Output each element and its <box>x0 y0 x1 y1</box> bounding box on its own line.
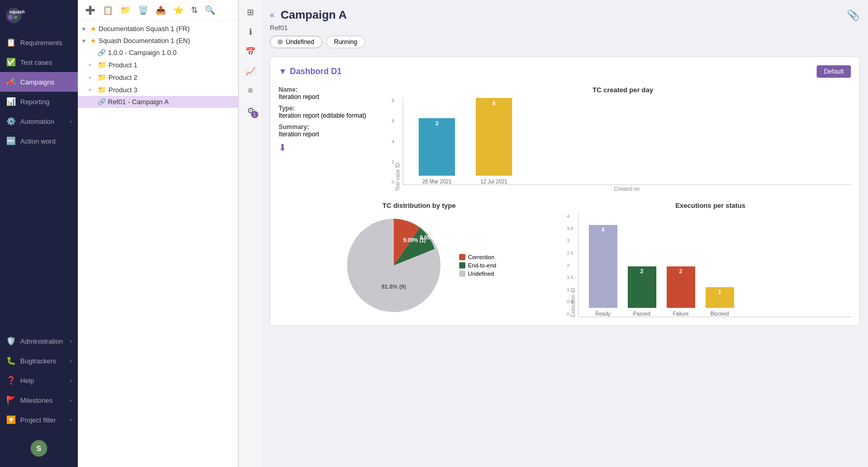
expand-icon[interactable]: + <box>88 74 95 80</box>
tree-item-label: 1.0.0 - Campaign 1.0.0 <box>108 49 235 56</box>
tree-item-campaign-1[interactable]: 🔗 1.0.0 - Campaign 1.0.0 <box>78 47 238 59</box>
expand-icon[interactable]: + <box>88 87 95 93</box>
calendar-tool-button[interactable]: 📅 <box>242 43 259 60</box>
tree-add-button[interactable]: ➕ <box>83 4 98 16</box>
report-type-value: Iteration report (editable format) <box>279 112 382 119</box>
tree-panel: ➕ 📋 📁 🗑️ 📤 ⭐ ⇅ 🔍 ▼ ★ Documentation Squas… <box>78 0 239 467</box>
test-cases-icon: ✅ <box>6 58 16 67</box>
sidebar-item-administration[interactable]: 🛡️ Administration › <box>0 331 78 351</box>
tc-per-day-inner: 02468 3 26 Mar 2021 8 12 Jul 2021 <box>403 98 851 191</box>
bar-2: 8 <box>476 98 512 176</box>
dashboard-section: ▼ Dashbord D1 Default Name: Iteration re… <box>270 56 860 326</box>
grid-tool-button[interactable]: ⊞ <box>242 3 259 21</box>
dashboard-title: ▼ Dashbord D1 <box>279 67 341 76</box>
legend-label-correction: Correction <box>468 254 494 260</box>
sidebar-item-test-cases-label: Test cases <box>20 59 52 66</box>
tree-sort-button[interactable]: ⇅ <box>189 4 200 16</box>
tree-star-button[interactable]: ⭐ <box>171 4 186 16</box>
tree-item-label: Product 2 <box>108 74 235 81</box>
status-pill-running[interactable]: Running <box>326 36 365 48</box>
tree-delete-button[interactable]: 🗑️ <box>136 4 150 16</box>
user-avatar[interactable]: S <box>31 440 47 457</box>
tc-per-day-area: Test case ID 02468 3 26 Mar 2021 <box>395 98 851 191</box>
automation-chevron: › <box>70 119 72 124</box>
svg-text:squash: squash <box>9 9 24 15</box>
settings-tool-button[interactable]: ⚙ 1 <box>242 102 259 119</box>
exec-bar-group-failure: 2 Failure <box>667 266 695 317</box>
sidebar-item-bugtrackers[interactable]: 🐛 Bugtrackers › <box>0 351 78 371</box>
main-content: « Campaign A 📎 Ref01 Undefined Running ▼… <box>261 0 868 467</box>
tree-item-product-1[interactable]: + 📁 Product 1 <box>78 59 238 71</box>
exec-bar-failure: 2 <box>667 266 695 308</box>
default-button[interactable]: Default <box>817 65 851 78</box>
tree-item-ref01[interactable]: 🔗 Ref01 - Campaign A <box>78 96 238 108</box>
pie-chart-container: 9.09% (1) 9.09% (1) 81.8% (9) <box>342 214 446 317</box>
settings-badge: 1 <box>251 111 258 118</box>
milestones-icon: 🚩 <box>6 395 16 405</box>
exec-bar-blocked: 1 <box>706 287 734 308</box>
sidebar-item-test-cases[interactable]: ✅ Test cases <box>0 52 78 72</box>
chart-tool-button[interactable]: 📈 <box>242 62 259 80</box>
expand-icon[interactable]: ▼ <box>81 38 88 44</box>
app-logo[interactable]: squash <box>0 0 78 33</box>
exec-y-ticks: 00.511.522.533.54 <box>567 214 574 317</box>
report-type-label: Type: <box>279 105 382 112</box>
requirements-icon: 📋 <box>6 38 16 47</box>
bar-chart-bars: 02468 3 26 Mar 2021 8 12 Jul 2021 <box>403 98 851 185</box>
tc-per-day-x-label: Created on <box>403 186 851 192</box>
chart-icon: 📈 <box>245 66 256 76</box>
bar-label-1: 26 Mar 2021 <box>422 179 451 185</box>
report-summary-value: Iteration report <box>279 131 382 138</box>
project-filter-icon: 🔽 <box>6 415 16 424</box>
exec-bar-group-passed: 2 Passed <box>628 266 656 317</box>
sidebar-item-requirements[interactable]: 📋 Requirements <box>0 33 78 52</box>
tree-item-label: Squash Documentation 1 (EN) <box>99 37 235 45</box>
sidebar-bottom: 🛡️ Administration › 🐛 Bugtrackers › ❓ He… <box>0 331 78 467</box>
exec-label-ready: Ready <box>596 311 611 317</box>
tree-search-button[interactable]: 🔍 <box>203 4 217 16</box>
list-tool-button[interactable]: ≡ <box>242 82 259 100</box>
tree-item-doc-en[interactable]: ▼ ★ Squash Documentation 1 (EN) <box>78 35 238 47</box>
expand-icon[interactable]: + <box>88 62 95 68</box>
collapse-sidebar-button[interactable]: « <box>270 10 274 20</box>
report-info-panel: Name: Iteration report Type: Iteration r… <box>279 86 382 191</box>
sidebar-item-help[interactable]: ❓ Help › <box>0 371 78 390</box>
chevron-down-icon[interactable]: ▼ <box>279 67 287 76</box>
sidebar-item-reporting-label: Reporting <box>20 98 49 106</box>
charts-row2: TC distribution by type <box>279 202 851 317</box>
tc-distribution-title: TC distribution by type <box>382 202 456 209</box>
report-name-value: Iteration report <box>279 93 382 101</box>
attachment-icon[interactable]: 📎 <box>847 9 860 21</box>
grid-icon: ⊞ <box>247 7 254 17</box>
tree-item-product-2[interactable]: + 📁 Product 2 <box>78 71 238 83</box>
legend-label-undefined: Undefined <box>468 271 494 277</box>
sidebar-item-automation[interactable]: ⚙️ Automation › <box>0 111 78 131</box>
sidebar-item-action-word[interactable]: 🔤 Action word <box>0 131 78 151</box>
tree-copy-button[interactable]: 📋 <box>101 4 115 16</box>
download-button[interactable]: ⬇ <box>279 142 382 153</box>
expand-icon[interactable]: ▼ <box>81 26 88 32</box>
tree-export-button[interactable]: 📤 <box>154 4 168 16</box>
tree-item-doc-fr[interactable]: ▼ ★ Documentation Squash 1 (FR) <box>78 23 238 35</box>
svg-point-2 <box>8 15 13 20</box>
sidebar-item-milestones[interactable]: 🚩 Milestones › <box>0 390 78 410</box>
sidebar-item-campaigns[interactable]: 📣 Campaigns <box>0 72 78 92</box>
executions-title: Executions per status <box>570 202 851 209</box>
sidebar-item-project-filter[interactable]: 🔽 Project filter › <box>0 410 78 430</box>
y-axis-ticks: 02468 <box>392 98 394 185</box>
page-ref: Ref01 <box>270 24 860 32</box>
tree-folder-button[interactable]: 📁 <box>118 4 133 16</box>
sidebar-item-reporting[interactable]: 📊 Reporting <box>0 92 78 111</box>
campaign-icon: 🔗 <box>98 49 106 56</box>
folder-icon: 📁 <box>98 86 106 94</box>
info-tool-button[interactable]: ℹ <box>242 23 259 40</box>
sidebar-item-help-label: Help <box>20 377 34 385</box>
tc-per-day-chart: TC created per day Test case ID 02468 3 <box>395 86 851 191</box>
tree-toolbar: ➕ 📋 📁 🗑️ 📤 ⭐ ⇅ 🔍 <box>78 0 238 21</box>
pie-chart-wrapper: 9.09% (1) 9.09% (1) 81.8% (9) Correction <box>342 214 496 317</box>
milestones-chevron: › <box>70 398 72 403</box>
tc-distribution-chart: TC distribution by type <box>279 202 560 317</box>
sidebar-item-requirements-label: Requirements <box>20 39 62 47</box>
tree-item-product-3[interactable]: + 📁 Product 3 <box>78 83 238 96</box>
status-pill-undefined[interactable]: Undefined <box>270 36 322 48</box>
